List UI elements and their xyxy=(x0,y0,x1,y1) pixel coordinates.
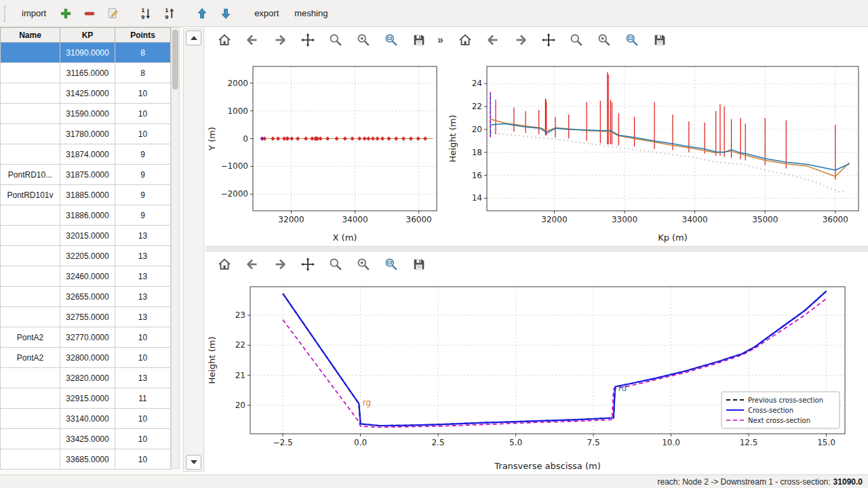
cell-kp[interactable]: 31874.0000 xyxy=(60,144,115,165)
cell-points[interactable]: 13 xyxy=(115,307,171,327)
zoom-fit-button[interactable] xyxy=(382,255,401,274)
cell-name[interactable] xyxy=(1,266,60,287)
cell-name[interactable] xyxy=(1,43,60,63)
cell-name[interactable] xyxy=(1,287,60,307)
table-row[interactable]: PontRD10...31875.00009 xyxy=(1,165,171,185)
table-row[interactable]: 33140.000010 xyxy=(1,409,171,429)
cross-section-chart[interactable]: −2.50.02.55.07.510.012.515.020212223Tran… xyxy=(205,277,868,474)
cell-points[interactable]: 13 xyxy=(115,246,171,266)
cell-kp[interactable]: 31090.0000 xyxy=(60,43,115,63)
cell-kp[interactable]: 32820.0000 xyxy=(60,368,115,388)
cell-points[interactable]: 10 xyxy=(115,83,171,104)
cell-points[interactable]: 13 xyxy=(115,266,171,287)
cell-points[interactable]: 9 xyxy=(115,165,171,185)
scrollbar-thumb[interactable] xyxy=(172,30,178,89)
cell-kp[interactable]: 32205.0000 xyxy=(60,246,115,266)
table-row[interactable]: 31780.000010 xyxy=(1,124,171,144)
cell-name[interactable] xyxy=(1,205,60,226)
cell-kp[interactable]: 32770.0000 xyxy=(60,327,115,348)
cell-points[interactable]: 8 xyxy=(115,63,171,83)
cell-points[interactable]: 13 xyxy=(115,368,171,388)
scroll-down-button[interactable] xyxy=(186,455,201,470)
cell-kp[interactable]: 31165.0000 xyxy=(60,63,115,83)
scroll-up-button[interactable] xyxy=(186,30,201,45)
add-cross-section-button[interactable] xyxy=(56,3,76,24)
table-row[interactable]: 32915.000011 xyxy=(1,388,171,409)
cell-name[interactable] xyxy=(1,449,60,470)
zoom-fit-button[interactable] xyxy=(382,30,401,49)
table-row[interactable]: 31425.000010 xyxy=(1,83,171,104)
cell-kp[interactable]: 32915.0000 xyxy=(60,388,115,409)
table-row[interactable]: 31165.00008 xyxy=(1,63,171,83)
table-row[interactable]: PontA232770.000010 xyxy=(1,327,171,348)
cell-kp[interactable]: 31425.0000 xyxy=(60,83,115,104)
cell-kp[interactable]: 31780.0000 xyxy=(60,124,115,144)
cell-points[interactable]: 10 xyxy=(115,429,171,449)
move-down-button[interactable] xyxy=(216,3,236,24)
cell-kp[interactable]: 31885.0000 xyxy=(60,185,115,205)
save-button[interactable] xyxy=(650,30,669,49)
cell-name[interactable] xyxy=(1,124,60,144)
toolbar-overflow-chevron[interactable]: » xyxy=(437,34,443,46)
zoom-rect-button[interactable] xyxy=(326,255,345,274)
cell-name[interactable] xyxy=(1,144,60,165)
zoom-rect-button[interactable] xyxy=(567,30,586,49)
pan-button[interactable] xyxy=(298,255,317,274)
cell-points[interactable]: 11 xyxy=(115,388,171,409)
cell-name[interactable] xyxy=(1,83,60,104)
cell-name[interactable] xyxy=(1,104,60,124)
cell-kp[interactable]: 32800.0000 xyxy=(60,348,115,368)
cell-kp[interactable]: 32015.0000 xyxy=(60,226,115,246)
column-header-kp[interactable]: KP xyxy=(60,28,115,43)
import-menu[interactable]: import xyxy=(16,5,52,21)
panel-splitter[interactable] xyxy=(205,246,868,251)
table-scrollbar[interactable] xyxy=(171,27,180,469)
home-button[interactable] xyxy=(215,255,234,274)
cell-name[interactable]: PontA2 xyxy=(1,327,60,348)
save-button[interactable] xyxy=(410,30,429,49)
home-button[interactable] xyxy=(215,30,234,49)
cell-points[interactable]: 9 xyxy=(115,144,171,165)
column-header-name[interactable]: Name xyxy=(1,28,60,43)
cell-name[interactable]: PontRD10... xyxy=(1,165,60,185)
cell-points[interactable]: 13 xyxy=(115,226,171,246)
table-row[interactable]: PontRD101v31885.00009 xyxy=(1,185,171,205)
cell-points[interactable]: 10 xyxy=(115,409,171,429)
table-row[interactable]: 32755.000013 xyxy=(1,307,171,327)
cell-name[interactable] xyxy=(1,226,60,246)
table-row[interactable]: 32015.000013 xyxy=(1,226,171,246)
back-button[interactable] xyxy=(243,255,262,274)
zoom-rect-button[interactable] xyxy=(326,30,345,49)
cell-name[interactable] xyxy=(1,307,60,327)
cell-kp[interactable]: 33685.0000 xyxy=(60,449,115,470)
pan-button[interactable] xyxy=(539,30,558,49)
zoom-original-button[interactable] xyxy=(354,255,373,274)
save-button[interactable] xyxy=(410,255,429,274)
meshing-menu[interactable]: meshing xyxy=(288,5,334,21)
forward-button[interactable] xyxy=(271,255,290,274)
cell-points[interactable]: 9 xyxy=(115,205,171,226)
cell-kp[interactable]: 32655.0000 xyxy=(60,287,115,307)
column-header-points[interactable]: Points xyxy=(115,28,171,43)
cell-points[interactable]: 10 xyxy=(115,327,171,348)
remove-cross-section-button[interactable] xyxy=(79,3,100,24)
cell-points[interactable]: 10 xyxy=(115,348,171,368)
export-menu[interactable]: export xyxy=(248,5,285,21)
cell-name[interactable] xyxy=(1,388,60,409)
zoom-original-button[interactable] xyxy=(595,30,614,49)
cell-kp[interactable]: 31886.0000 xyxy=(60,205,115,226)
cell-name[interactable] xyxy=(1,429,60,449)
table-row[interactable]: 31886.00009 xyxy=(1,205,171,226)
cell-name[interactable] xyxy=(1,368,60,388)
cell-points[interactable]: 9 xyxy=(115,185,171,205)
cell-name[interactable] xyxy=(1,246,60,266)
cell-name[interactable]: PontA2 xyxy=(1,348,60,368)
move-up-button[interactable] xyxy=(192,3,212,24)
table-row[interactable]: PontA232800.000010 xyxy=(1,348,171,368)
forward-button[interactable] xyxy=(511,30,530,49)
cell-kp[interactable]: 33140.0000 xyxy=(60,409,115,429)
sort-descending-button[interactable]: 19 xyxy=(159,3,180,24)
forward-button[interactable] xyxy=(271,30,290,49)
plan-view-chart[interactable]: 320003400036000−2000−1000010002000X (m)Y… xyxy=(205,53,446,246)
cell-kp[interactable]: 33425.0000 xyxy=(60,429,115,449)
